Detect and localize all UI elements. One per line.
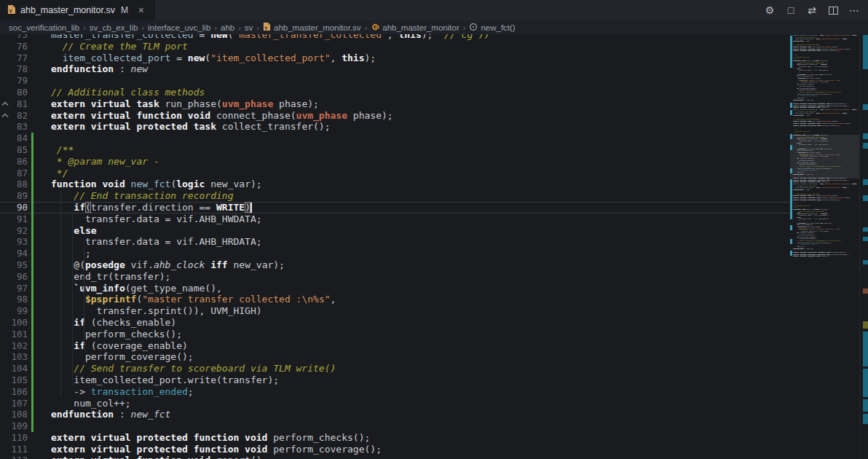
git-gutter-space <box>31 98 33 110</box>
breadcrumb-item-soc-verification-lib[interactable]: soc_verification_lib <box>9 23 79 32</box>
code-line-108[interactable]: 108endfunction : new_fct <box>0 409 790 420</box>
code-line-93[interactable]: 93 transfer.data = vif.AHB_HRDATA; <box>0 236 790 248</box>
tab-ahb-master-monitor[interactable]: ahb_master_monitor.sv M × <box>0 0 155 20</box>
code-line-94[interactable]: 94 ; <box>0 248 790 259</box>
git-gutter-space <box>31 63 33 75</box>
git-gutter-space <box>31 121 33 133</box>
breadcrumb-label: sv_cb_ex_lib <box>90 23 138 32</box>
code-line-86[interactable]: 86 * @param new_var - <box>0 156 790 168</box>
class-icon <box>371 23 379 33</box>
code-line-89[interactable]: 89 // End transaction recording <box>0 190 790 202</box>
code-text: transfer.data = vif.AHB_HRDATA; <box>51 236 262 248</box>
line-number: 89 <box>10 190 28 202</box>
line-number: 85 <box>10 144 28 156</box>
ruler-mark <box>863 143 868 149</box>
line-number: 109 <box>10 420 28 432</box>
line-number: 79 <box>10 75 28 87</box>
breadcrumb-item-sv-cb-ex-lib[interactable]: sv_cb_ex_lib <box>90 23 138 32</box>
fold-chevron-icon[interactable] <box>0 110 10 122</box>
code-line-109[interactable]: 109 <box>0 420 790 432</box>
code-text: function void new_fct(logic new_var); <box>51 178 262 190</box>
code-line-96[interactable]: 96 end_tr(transfer); <box>0 271 790 283</box>
overview-ruler[interactable] <box>859 34 868 459</box>
file-icon <box>263 22 271 33</box>
line-number: 84 <box>10 133 28 144</box>
code-line-106[interactable]: 106 -> transaction_ended; <box>0 386 790 398</box>
minimap-change-marker <box>790 36 792 68</box>
tab-filename: ahb_master_monitor.sv <box>20 5 115 15</box>
code-line-84[interactable]: 84 <box>0 133 790 144</box>
code-line-112[interactable]: 112extern virtual function void report()… <box>0 455 790 459</box>
minimap-slider[interactable] <box>790 135 859 178</box>
fold-chevron-icon[interactable] <box>0 98 10 110</box>
breadcrumb-item-ahb[interactable]: ahb <box>221 23 234 32</box>
code-line-98[interactable]: 98 $psprintf("master transfer collected … <box>0 294 790 305</box>
open-changes-icon[interactable]: ⇄ <box>804 2 820 18</box>
code-line-79[interactable]: 79 <box>0 75 790 87</box>
code-line-75[interactable]: 75master_transfer_collected = new("maste… <box>0 34 790 41</box>
code-line-78[interactable]: 78endfunction : new <box>0 63 790 75</box>
code-line-111[interactable]: 111extern virtual protected function voi… <box>0 444 790 455</box>
code-text: */ <box>51 168 68 179</box>
indent-guide <box>72 213 73 386</box>
code-line-102[interactable]: 102 if (coverage_enable) <box>0 340 790 352</box>
code-editor[interactable]: 75master_transfer_collected = new("maste… <box>0 34 790 459</box>
breadcrumb-item-ahb-master-monitor-sv[interactable]: ahb_master_monitor.sv <box>263 22 361 33</box>
code-line-99[interactable]: 99 transfer.sprint()), UVM_HIGH) <box>0 305 790 317</box>
code-text: transfer.sprint()), UVM_HIGH) <box>51 305 262 317</box>
git-gutter-space <box>31 455 33 459</box>
code-line-83[interactable]: 83extern virtual protected task collect_… <box>0 121 790 133</box>
code-line-92[interactable]: 92 else <box>0 225 790 237</box>
code-line-100[interactable]: 100 if (checks_enable) <box>0 317 790 329</box>
minimap-change-marker <box>790 239 792 244</box>
line-number: 81 <box>10 98 28 110</box>
breadcrumb-item-interface-uvc-lib[interactable]: interface_uvc_lib <box>148 23 210 32</box>
code-line-85[interactable]: 85 /** <box>0 144 790 156</box>
ruler-mark <box>863 332 868 366</box>
code-line-87[interactable]: 87 */ <box>0 168 790 179</box>
minimap[interactable]: master_transfer_collected = new("master_… <box>790 34 859 459</box>
gutter-space <box>0 202 10 213</box>
code-line-82[interactable]: 82extern virtual function void connect_p… <box>0 110 790 122</box>
code-line-91[interactable]: 91 transfer.data = vif.AHB_HWDATA; <box>0 213 790 225</box>
git-gutter-space <box>31 110 33 122</box>
line-number: 76 <box>10 41 28 52</box>
code-line-104[interactable]: 104 // Send transfer to scoreboard via T… <box>0 363 790 374</box>
breadcrumb-item-ahb-master-monitor[interactable]: ahb_master_monitor <box>371 23 459 33</box>
ruler-mark <box>863 369 868 397</box>
code-line-105[interactable]: 105 item_collected_port.write(transfer); <box>0 374 790 386</box>
code-line-107[interactable]: 107 num_col++; <box>0 398 790 409</box>
code-text: perform_checks(); <box>51 329 182 340</box>
code-line-97[interactable]: 97 `uvm_info(get_type_name(), <box>0 283 790 294</box>
code-line-76[interactable]: 76 // Create the TLM port <box>0 41 790 52</box>
close-tab-icon[interactable]: × <box>135 4 147 16</box>
code-line-77[interactable]: 77 item_collected_port = new("item_colle… <box>0 52 790 64</box>
code-line-90[interactable]: 90 if(transfer.direction == WRITE) <box>0 202 790 213</box>
settings-gear-icon[interactable]: ⚙ <box>762 2 778 18</box>
gutter-space <box>0 386 10 398</box>
gutter-space <box>0 168 10 179</box>
code-text: num_col++; <box>51 398 131 409</box>
code-line-88[interactable]: 88function void new_fct(logic new_var); <box>0 178 790 190</box>
split-editor-icon[interactable] <box>825 2 841 18</box>
more-actions-icon[interactable]: ⋯ <box>846 2 862 18</box>
layout-square-icon[interactable]: □ <box>783 2 799 18</box>
gutter-space <box>0 432 10 444</box>
git-added-gutter-bar <box>31 305 33 317</box>
code-text: extern virtual protected function void p… <box>51 432 370 444</box>
code-line-110[interactable]: 110extern virtual protected function voi… <box>0 432 790 444</box>
line-number: 86 <box>10 156 28 168</box>
code-line-80[interactable]: 80// Additional class methods <box>0 87 790 98</box>
breadcrumb-label: ahb <box>221 23 234 32</box>
code-line-103[interactable]: 103 perform_coverage(); <box>0 351 790 363</box>
breadcrumb-item-new-fct-[interactable]: new_fct() <box>469 23 515 33</box>
code-line-81[interactable]: 81extern virtual task run_phase(uvm_phas… <box>0 98 790 110</box>
code-line-95[interactable]: 95 @(posedge vif.ahb_clock iff new_var); <box>0 259 790 271</box>
git-gutter-space <box>31 444 33 455</box>
code-text: else <box>51 225 97 237</box>
line-number: 111 <box>10 444 28 455</box>
code-text: ; <box>51 248 91 259</box>
gutter-space <box>0 225 10 237</box>
breadcrumb-item-sv[interactable]: sv <box>245 23 253 32</box>
code-line-101[interactable]: 101 perform_checks(); <box>0 329 790 340</box>
